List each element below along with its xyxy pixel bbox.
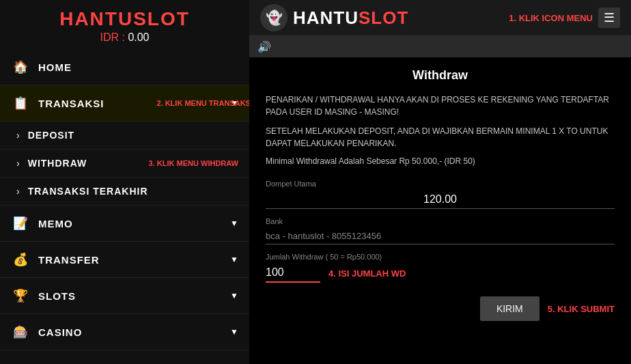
balance-label: IDR : [100, 31, 128, 43]
dompet-section: Dompet Utama [266, 180, 615, 209]
info-text-1: PENARIKAN / WITHDRAWAL HANYA AKAN DI PRO… [266, 94, 615, 118]
casino-arrow: ▼ [230, 327, 238, 337]
transaksi-terakhir-arrow-icon: › [16, 186, 20, 197]
annotation-transaksi: 2. KLIK MENU TRANSAKSI [156, 99, 249, 107]
content-area: Withdraw PENARIKAN / WITHDRAWAL HANYA AK… [249, 57, 631, 364]
bank-section: Bank [266, 217, 615, 244]
sidebar-item-transaksi[interactable]: 📋 TRANSAKSI 2. KLIK MENU TRANSAKSI ▼ [0, 85, 249, 122]
memo-icon: 📝 [11, 214, 30, 233]
top-bar: 👻 HANTUSLOT 1. KLIK ICON MENU ☰ [249, 0, 631, 36]
top-bar-left: 👻 HANTUSLOT [260, 4, 408, 31]
sidebar-item-home[interactable]: 🏠 HOME [0, 49, 249, 85]
sidebar-item-transaksi-terakhir[interactable]: › TRANSAKSI TERAKHIR [0, 178, 249, 206]
slots-arrow: ▼ [230, 291, 238, 300]
main-content: 👻 HANTUSLOT 1. KLIK ICON MENU ☰ 🔊 Withdr… [249, 0, 631, 364]
sidebar-item-casino-label: CASINO [38, 326, 230, 338]
dompet-input[interactable] [266, 191, 615, 209]
sidebar-item-deposit[interactable]: › DEPOSIT [0, 122, 249, 150]
sidebar-item-memo[interactable]: 📝 MEMO ▼ [0, 206, 249, 242]
deposit-arrow-icon: › [16, 130, 20, 141]
logo-hantu: HANTU [293, 8, 359, 28]
home-icon: 🏠 [11, 57, 30, 76]
sidebar-item-withdraw[interactable]: › WITHDRAW 3. KLIK MENU WIHDRAW [0, 150, 249, 178]
bank-input[interactable] [266, 228, 615, 244]
balance-value: 0.00 [128, 31, 149, 43]
sidebar-item-home-label: HOME [38, 61, 238, 73]
transaksi-icon: 📋 [11, 94, 30, 113]
jumlah-annotation: 4. ISI JUMLAH WD [328, 268, 406, 279]
minimal-text: Minimal Withdrawal Adalah Sebesar Rp 50.… [266, 156, 615, 166]
sound-bar: 🔊 [249, 36, 631, 57]
logo-slot: SLOT [359, 8, 408, 28]
sidebar-item-slots[interactable]: 🏆 SLOTS ▼ [0, 278, 249, 314]
jumlah-section: Jumlah Withdraw ( 50 = Rp50.000) 4. ISI … [266, 253, 615, 283]
hamburger-button[interactable]: ☰ [598, 8, 620, 28]
transfer-arrow: ▼ [230, 255, 238, 264]
info-text-2: SETELAH MELAKUKAN DEPOSIT, ANDA DI WAJIB… [266, 125, 615, 150]
jumlah-label: Jumlah Withdraw ( 50 = Rp50.000) [266, 253, 615, 261]
logo-text: HANTUSLOT [293, 8, 408, 29]
balance-display: IDR : 0.00 [5, 31, 244, 44]
submit-row: KIRIM 5. KLIK SUBMIT [266, 296, 615, 321]
withdraw-arrow-icon: › [16, 158, 20, 169]
sidebar-item-withdraw-label: WITHDRAW [28, 158, 143, 169]
bank-label: Bank [266, 217, 615, 225]
jumlah-row: 4. ISI JUMLAH WD [266, 264, 615, 283]
casino-icon: 🎰 [11, 322, 30, 341]
kirim-button[interactable]: KIRIM [480, 296, 539, 321]
jumlah-input[interactable] [266, 264, 320, 283]
sidebar-item-transfer-label: TRANSFER [38, 254, 230, 266]
brand-name: HANTUSLOT [5, 8, 244, 30]
withdraw-title: Withdraw [266, 68, 615, 83]
sidebar-item-slots-label: SLOTS [38, 290, 230, 302]
memo-arrow: ▼ [230, 219, 238, 228]
sidebar-header: HANTUSLOT IDR : 0.00 [0, 0, 249, 49]
dompet-label: Dompet Utama [266, 180, 615, 188]
sidebar-item-transaksi-terakhir-label: TRANSAKSI TERAKHIR [28, 186, 238, 197]
submit-annotation: 5. KLIK SUBMIT [548, 304, 615, 314]
menu-annotation: 1. KLIK ICON MENU [509, 13, 593, 23]
transfer-icon: 💰 [11, 250, 30, 269]
sidebar-item-transfer[interactable]: 💰 TRANSFER ▼ [0, 242, 249, 278]
logo-icon: 👻 [260, 4, 288, 31]
slots-icon: 🏆 [11, 286, 30, 305]
sidebar: HANTUSLOT IDR : 0.00 🏠 HOME 📋 TRANSAKSI … [0, 0, 249, 364]
sidebar-item-casino[interactable]: 🎰 CASINO ▼ [0, 314, 249, 350]
sidebar-item-memo-label: MEMO [38, 218, 230, 229]
sound-icon[interactable]: 🔊 [257, 40, 271, 53]
top-bar-right: 1. KLIK ICON MENU ☰ [509, 8, 620, 28]
sidebar-item-deposit-label: DEPOSIT [28, 130, 238, 141]
annotation-withdraw: 3. KLIK MENU WIHDRAW [149, 159, 238, 167]
